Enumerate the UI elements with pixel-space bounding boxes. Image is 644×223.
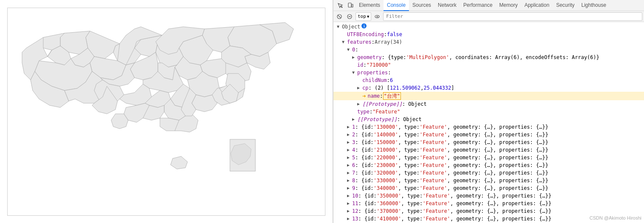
tab-console[interactable]: Console — [384, 0, 409, 11]
tab-lighthouse[interactable]: Lighthouse — [578, 0, 610, 11]
type-key: type — [357, 108, 370, 115]
list-item: 12: {id: '370000', type: 'Feature', geom… — [333, 207, 644, 215]
list-item: 9: {id: '340000', type: 'Feature', geome… — [333, 184, 644, 192]
context-selector[interactable]: top ▼ — [356, 12, 371, 21]
svg-rect-2 — [348, 3, 351, 7]
item2-key: 2 — [352, 131, 355, 138]
devtools-panel: Elements Console Sources Network Perform… — [333, 0, 644, 223]
tab-network[interactable]: Network — [434, 0, 460, 11]
list-item: 1: {id: '130000', type: 'Feature', geome… — [333, 123, 644, 131]
childnum-line: childNum: 6 — [333, 76, 644, 84]
utf8-key: UTF8Encoding — [347, 31, 384, 38]
cp-val2: 25.044332 — [424, 85, 451, 91]
name-line: ➜ name: "台湾" — [333, 92, 644, 100]
geometry-line: geometry: {type: 'MultiPolygon', coordin… — [333, 54, 644, 61]
id-key: id — [357, 62, 363, 68]
device-toolbar-button[interactable] — [345, 0, 356, 11]
item4-key: 4 — [352, 147, 355, 153]
prototype-properties-line: [[Prototype]]: Object — [333, 100, 644, 108]
cp-line: cp: (2) [121.509062, 25.044332] — [333, 84, 644, 92]
cp-arrow[interactable] — [357, 85, 361, 91]
object-expand-arrow[interactable] — [337, 23, 341, 30]
item8-arrow[interactable] — [347, 177, 351, 184]
devtools-toolbar: top ▼ — [333, 11, 644, 22]
utf8-value: false — [387, 31, 402, 38]
console-content[interactable]: Object i UTF8Encoding: false features: A… — [333, 22, 644, 223]
item1-arrow[interactable] — [347, 124, 351, 130]
object-label: Object — [342, 23, 360, 30]
item10-key: 10 — [352, 192, 358, 199]
tab-sources[interactable]: Sources — [409, 0, 434, 11]
list-item: 11: {id: '360000', type: 'Feature', geom… — [333, 200, 644, 207]
geometry-type-val: 'MultiPolygon' — [406, 54, 449, 61]
prototype-item0-arrow[interactable] — [352, 116, 356, 123]
features-value: Array(34) — [375, 39, 402, 45]
tab-application[interactable]: Application — [521, 0, 553, 11]
chevron-down-icon: ▼ — [367, 14, 369, 19]
filter-input[interactable] — [383, 12, 642, 21]
type-line: type: "Feature" — [333, 108, 644, 116]
tab-performance[interactable]: Performance — [460, 0, 496, 11]
item13-arrow[interactable] — [347, 215, 351, 222]
arrow-indicator: ➜ — [362, 93, 366, 99]
item10-arrow[interactable] — [347, 192, 351, 199]
item5-arrow[interactable] — [347, 154, 351, 161]
prototype-item0-label: [[Prototype]] — [357, 116, 397, 123]
map-panel — [0, 0, 333, 223]
item11-arrow[interactable] — [347, 200, 351, 207]
map-container — [7, 8, 325, 216]
features-expand-arrow[interactable] — [342, 39, 346, 45]
tab-elements[interactable]: Elements — [356, 0, 384, 11]
features-header-line: features: Array(34) — [333, 38, 644, 46]
prototype-prop-arrow[interactable] — [357, 101, 361, 107]
item2-arrow[interactable] — [347, 131, 351, 138]
item9-arrow[interactable] — [347, 185, 351, 192]
geometry-arrow[interactable] — [352, 54, 356, 61]
geometry-key: geometry — [357, 54, 382, 61]
item12-key: 12 — [352, 208, 358, 215]
watermark: CSDN @Akimoto Hiroshi — [590, 215, 641, 220]
stop-recording-button[interactable] — [345, 12, 354, 21]
list-item: 10: {id: '350000', type: 'Feature', geom… — [333, 192, 644, 200]
cp-key: cp — [362, 85, 368, 91]
childnum-key: childNum — [362, 77, 387, 84]
list-item: 4: {id: '210000', type: 'Feature', geome… — [333, 146, 644, 154]
info-icon[interactable]: i — [361, 23, 367, 28]
svg-rect-3 — [352, 4, 353, 7]
tab-memory[interactable]: Memory — [496, 0, 521, 11]
inspect-element-button[interactable] — [335, 0, 345, 11]
item13-key: 13 — [352, 215, 358, 222]
prototype-properties-label: [[Prototype]] — [362, 101, 402, 107]
item-0-arrow[interactable] — [347, 46, 351, 53]
utf8-line: UTF8Encoding: false — [333, 31, 644, 38]
prototype-item0-line: [[Prototype]]: Object — [333, 116, 644, 123]
item5-key: 5 — [352, 154, 355, 161]
item-0-header: 0: — [333, 46, 644, 54]
svg-point-9 — [377, 16, 378, 17]
devtools-tab-bar: Elements Console Sources Network Perform… — [333, 0, 644, 11]
item4-arrow[interactable] — [347, 147, 351, 153]
item6-arrow[interactable] — [347, 162, 351, 169]
list-item: 5: {id: '220000', type: 'Feature', geome… — [333, 154, 644, 161]
svg-line-5 — [338, 15, 341, 18]
list-item: 3: {id: '150000', type: 'Feature', geome… — [333, 138, 644, 146]
item1-key: 1 — [352, 124, 355, 130]
item3-arrow[interactable] — [347, 139, 351, 146]
clear-console-button[interactable] — [335, 12, 344, 21]
item9-key: 9 — [352, 185, 355, 192]
item7-key: 7 — [352, 169, 355, 176]
tab-security[interactable]: Security — [553, 0, 578, 11]
list-item: 6: {id: '230000', type: 'Feature', geome… — [333, 161, 644, 169]
name-value: "台湾" — [383, 92, 401, 100]
item7-arrow[interactable] — [347, 169, 351, 176]
list-item: 7: {id: '320000', type: 'Feature', geome… — [333, 169, 644, 177]
id-value: "710000" — [367, 62, 391, 68]
china-map — [14, 14, 319, 209]
eye-button[interactable] — [373, 12, 381, 21]
object-header-line: Object i — [333, 23, 644, 31]
properties-key: properties — [357, 69, 388, 76]
item12-arrow[interactable] — [347, 208, 351, 215]
item-0-key: 0 — [352, 46, 355, 53]
properties-arrow[interactable] — [352, 69, 356, 76]
item11-key: 11 — [352, 200, 358, 207]
